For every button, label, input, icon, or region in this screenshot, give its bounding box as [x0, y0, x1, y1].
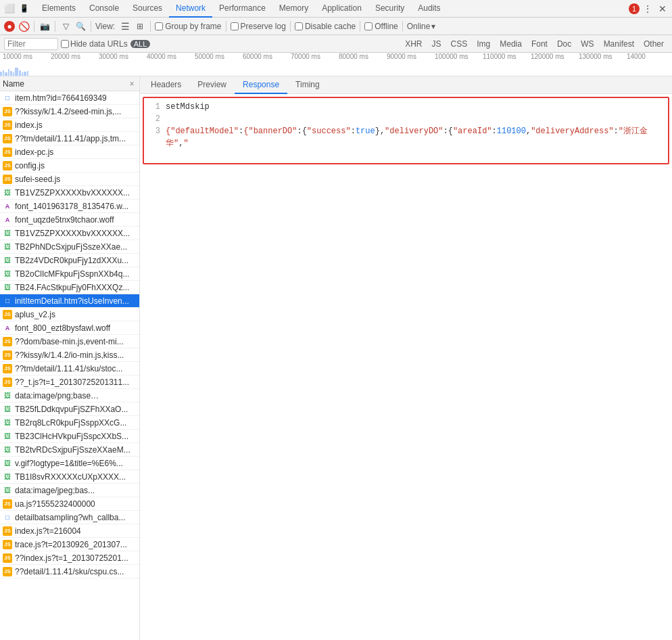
request-item[interactable]: 🖼 v.gif?logtype=1&title=%E6%...: [0, 457, 139, 470]
code-line-1: 1 setMdskip: [149, 101, 663, 113]
table-view-icon[interactable]: ⊞: [134, 20, 146, 32]
view-label: View:: [95, 22, 115, 31]
request-item[interactable]: JS ua.js?1555232400000: [0, 497, 139, 511]
request-item-selected[interactable]: □ initItemDetail.htm?isUseInven...: [0, 294, 139, 308]
request-item[interactable]: 🖼 TB25fLDdkqvpuFjSZFhXXaO...: [0, 403, 139, 416]
record-button[interactable]: ●: [4, 21, 15, 32]
separator-6: [290, 21, 291, 32]
js-icon: JS: [3, 310, 12, 319]
hide-data-urls-checkbox[interactable]: [61, 40, 69, 48]
tab-response[interactable]: Response: [235, 76, 287, 94]
filter-font[interactable]: Font: [527, 39, 552, 49]
request-item[interactable]: 🖼 TB2PhNDcSxjpuFjSszeXXae...: [0, 240, 139, 254]
network-toolbar: ● 🚫 📷 ▽ 🔍 View: ☰ ⊞ Group by frame Prese…: [0, 18, 672, 35]
device-icon[interactable]: 📱: [18, 2, 31, 16]
tab-console[interactable]: Console: [82, 0, 126, 18]
request-item[interactable]: JS ??kissy/k/1.4.2/seed-min.js,...: [0, 105, 139, 118]
request-item[interactable]: A font_1401963178_8135476.w...: [0, 200, 139, 213]
group-by-frame-label[interactable]: Group by frame: [155, 22, 221, 31]
filter-js[interactable]: JS: [428, 39, 446, 49]
main-content: Name × □ item.htm?id=7664169349 JS ??kis…: [0, 76, 672, 640]
preserve-log-checkbox[interactable]: [231, 22, 239, 30]
tab-memory[interactable]: Memory: [272, 0, 315, 18]
group-by-frame-checkbox[interactable]: [155, 22, 163, 30]
request-item[interactable]: □ detailbatsampling?wh_callba...: [0, 511, 139, 524]
request-item[interactable]: 🖼 TB23ClHcHVkpuFjSspcXXbS...: [0, 430, 139, 443]
request-item[interactable]: A font_800_ezt8bysfawl.woff: [0, 321, 139, 335]
filter-button[interactable]: ▽: [59, 20, 72, 32]
clear-button[interactable]: 🚫: [18, 20, 30, 32]
filter-ws[interactable]: WS: [577, 39, 598, 49]
separator-3: [91, 21, 91, 32]
offline-label[interactable]: Offline: [364, 22, 398, 31]
request-item[interactable]: JS ??tm/detail/1.11.41/app.js,tm...: [0, 132, 139, 145]
request-item[interactable]: 🖼 TB1I8svRXXXXXcUXpXXXX...: [0, 470, 139, 484]
request-item[interactable]: 🖼 data:image/jpeg;bas...: [0, 484, 139, 497]
tab-security[interactable]: Security: [368, 0, 411, 18]
disable-cache-checkbox[interactable]: [295, 22, 303, 30]
js-icon: JS: [3, 175, 12, 184]
filter-other[interactable]: Other: [640, 39, 668, 49]
filter-media[interactable]: Media: [496, 39, 526, 49]
tab-preview[interactable]: Preview: [189, 76, 235, 94]
request-item[interactable]: JS ??tm/detail/1.11.41/sku/stoc...: [0, 362, 139, 375]
request-item[interactable]: JS ??_t.js?t=1_20130725201311...: [0, 375, 139, 389]
filter-input[interactable]: [7, 39, 48, 49]
request-item[interactable]: JS aplus_v2.js: [0, 308, 139, 321]
separator-1: [34, 21, 34, 32]
request-item[interactable]: JS index.js?t=216004: [0, 524, 139, 538]
request-item[interactable]: JS index-pc.js: [0, 145, 139, 159]
request-item[interactable]: 🖼 TB2oClIcMFkpuFjSspnXXb4q...: [0, 267, 139, 281]
request-item[interactable]: JS ??kissy/k/1.4.2/io-min.js,kiss...: [0, 348, 139, 362]
img-icon: 🖼: [3, 418, 12, 428]
filter-doc[interactable]: Doc: [553, 39, 575, 49]
offline-checkbox[interactable]: [364, 22, 373, 30]
filter-img[interactable]: Img: [473, 39, 494, 49]
tab-sources[interactable]: Sources: [126, 0, 169, 18]
request-item[interactable]: JS index.js: [0, 118, 139, 132]
request-item[interactable]: 🖼 TB1VZ5ZPXXXXXbvXXXXXX...: [0, 227, 139, 240]
tab-audits[interactable]: Audits: [411, 0, 447, 18]
request-item[interactable]: JS ??index.js?t=1_20130725201...: [0, 551, 139, 565]
more-icon[interactable]: ⋮: [641, 2, 654, 16]
disable-cache-label[interactable]: Disable cache: [295, 22, 356, 31]
request-item[interactable]: 🖼 TB2tvRDcSxjpuFjSszeXXaeM...: [0, 443, 139, 457]
timeline-chart: [0, 62, 672, 76]
close-icon[interactable]: ✕: [656, 2, 669, 16]
tab-performance[interactable]: Performance: [212, 0, 272, 18]
tab-network[interactable]: Network: [169, 0, 212, 18]
img-icon: 🖼: [3, 188, 12, 198]
js-icon: JS: [3, 134, 12, 143]
font-icon: A: [3, 215, 12, 225]
inspect-icon[interactable]: ⬜: [3, 2, 16, 16]
filter-manifest[interactable]: Manifest: [600, 39, 638, 49]
response-content: 1 setMdskip 2 3 {"defaultModel":{"banner…: [140, 94, 672, 640]
img-icon: 🖼: [3, 486, 12, 495]
request-item[interactable]: JS trace.js?t=20130926_201307...: [0, 538, 139, 551]
request-item[interactable]: 🖼 TB2z4VDcR0kpuFjy1zdXXXu...: [0, 254, 139, 267]
hide-data-urls-label[interactable]: Hide data URLs: [61, 39, 128, 49]
js-icon: JS: [3, 378, 12, 387]
request-item[interactable]: 🖼 TB24.FAcStkpuFjy0FhXXXQz...: [0, 281, 139, 294]
close-panel-btn[interactable]: ×: [127, 79, 137, 89]
request-item[interactable]: JS ??dom/base-min.js,event-mi...: [0, 335, 139, 348]
search-button[interactable]: 🔍: [74, 20, 87, 32]
preserve-log-label[interactable]: Preserve log: [231, 22, 286, 31]
filter-css[interactable]: CSS: [447, 39, 472, 49]
tab-headers[interactable]: Headers: [143, 76, 189, 94]
list-view-icon[interactable]: ☰: [119, 20, 131, 32]
online-select[interactable]: Online ▾: [407, 22, 436, 31]
request-item[interactable]: 🖼 TB1VZ5ZPXXXXXbvXXXXXX...: [0, 186, 139, 200]
request-item[interactable]: □ item.htm?id=7664169349: [0, 91, 139, 105]
filter-xhr[interactable]: XHR: [401, 39, 426, 49]
request-item[interactable]: JS sufei-seed.js: [0, 173, 139, 186]
request-item[interactable]: 🖼 TB2rq8LcR0kpuFjSsppXXcG...: [0, 416, 139, 430]
request-item[interactable]: JS ??detail/1.11.41/sku/cspu.cs...: [0, 565, 139, 578]
camera-button[interactable]: 📷: [39, 20, 51, 32]
request-item[interactable]: JS config.js: [0, 159, 139, 173]
tab-timing[interactable]: Timing: [287, 76, 328, 94]
request-item[interactable]: 🖼 data:image/png;base…: [0, 389, 139, 403]
request-item[interactable]: A font_uqzde5tnx9tchaor.woff: [0, 213, 139, 227]
tab-elements[interactable]: Elements: [35, 0, 82, 18]
tab-application[interactable]: Application: [315, 0, 368, 18]
